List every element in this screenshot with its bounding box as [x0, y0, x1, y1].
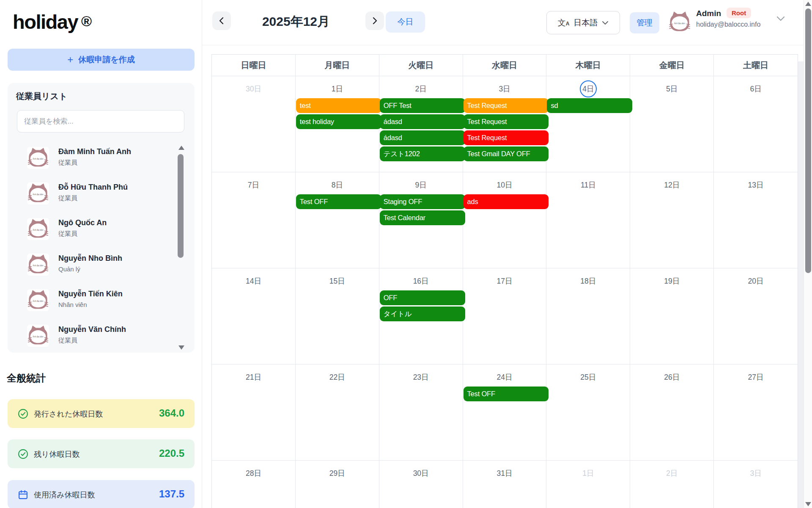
calendar-day-cell[interactable]: 5日 — [630, 76, 714, 172]
day-number: 20日 — [714, 273, 798, 290]
previous-month-button[interactable] — [212, 11, 231, 30]
stat-label: 使用済み休暇日数 — [34, 490, 95, 500]
calendar-day-cell[interactable]: 12日 — [630, 172, 714, 268]
translate-icon: 文A — [558, 17, 570, 28]
calendar-day-cell[interactable]: 2日 — [630, 461, 714, 508]
day-events: OFF Testádasdádasdテスト1202 — [379, 98, 463, 161]
calendar-day-cell[interactable]: 7日 — [212, 172, 296, 268]
employee-list-scrollbar[interactable] — [177, 146, 186, 350]
calendar-day-cell[interactable]: 8日Test OFF — [296, 172, 379, 268]
employee-list-item[interactable]: Ảnh đại diện Ngô Quốc An 従業員 — [8, 217, 195, 252]
calendar-day-cell[interactable]: 29日 — [296, 461, 379, 508]
calendar-day-cell[interactable]: 26日 — [630, 364, 714, 460]
calendar-day-cell[interactable]: 13日 — [714, 172, 798, 268]
calendar-day-cell[interactable]: 2日OFF Testádasdádasdテスト1202 — [379, 76, 463, 172]
day-events: Staging OFFTest Calendar — [379, 194, 463, 225]
calendar-day-cell[interactable]: 6日 — [714, 76, 798, 172]
calendar-day-cell[interactable]: 1日 — [546, 461, 630, 508]
calendar-day-cell[interactable]: 27日 — [714, 364, 798, 460]
calendar-day-cell[interactable]: 30日 — [379, 461, 463, 508]
page-scrollbar-thumb[interactable] — [805, 8, 811, 273]
employee-list-item[interactable]: Ảnh đại diện Đỗ Hữu Thanh Phú 従業員 — [8, 181, 195, 217]
employee-avatar: Ảnh đại diện — [27, 147, 49, 169]
cat-avatar-icon: Ảnh đại diện — [27, 147, 49, 169]
user-menu-chevron[interactable] — [776, 16, 785, 21]
calendar-day-cell[interactable]: 23日 — [379, 364, 463, 460]
event-pill[interactable]: タイトル — [380, 306, 465, 321]
calendar-day-cell[interactable]: 21日 — [212, 364, 296, 460]
next-month-button[interactable] — [365, 11, 384, 30]
calendar-day-cell[interactable]: 31日 — [463, 461, 547, 508]
event-pill[interactable]: Test Gmail DAY OFF — [464, 146, 549, 161]
event-pill[interactable]: OFF — [380, 290, 465, 305]
cat-avatar-icon: Ảnh đại diện — [27, 182, 49, 204]
event-pill[interactable]: Staging OFF — [380, 194, 465, 209]
check-circle-icon — [18, 409, 28, 419]
calendar-day-cell[interactable]: 17日 — [463, 268, 547, 364]
scroll-up-arrow-icon[interactable] — [178, 146, 184, 150]
day-number: 5日 — [630, 80, 713, 97]
event-pill[interactable]: ádasd — [380, 130, 465, 145]
employee-name: Đỗ Hữu Thanh Phú — [58, 183, 128, 192]
scroll-down-arrow-icon[interactable] — [805, 502, 811, 506]
calendar-day-cell[interactable]: 16日OFFタイトル — [379, 268, 463, 364]
event-pill[interactable]: test — [296, 98, 381, 113]
employee-list-item[interactable]: Ảnh đại diện Nguyễn Nho Bình Quản lý — [8, 252, 195, 288]
employee-name: Nguyễn Tiến Kiên — [58, 290, 123, 298]
event-pill[interactable]: Test Request — [464, 130, 549, 145]
employee-scrollbar-thumb[interactable] — [178, 154, 184, 258]
calendar-day-cell[interactable]: 15日 — [296, 268, 379, 364]
calendar-day-cell[interactable]: 3日Test RequestTest RequestTest RequestTe… — [463, 76, 547, 172]
employee-list-title: 従業員リスト — [16, 91, 67, 102]
user-avatar[interactable]: Ảnh đại diện — [668, 11, 691, 33]
employee-search-input[interactable] — [17, 110, 184, 133]
event-pill[interactable]: Test Calendar — [380, 210, 465, 225]
language-selector[interactable]: 文A 日本語 — [546, 11, 620, 34]
scroll-down-arrow-icon[interactable] — [178, 345, 184, 350]
day-number: 24日 — [463, 369, 546, 386]
calendar-day-cell[interactable]: 4日sd — [546, 76, 630, 172]
calendar-day-cell[interactable]: 30日 — [212, 76, 296, 172]
calendar-day-cell[interactable]: 22日 — [296, 364, 379, 460]
calendar-week-row: 30日1日testtest holiday2日OFF Testádasdádas… — [212, 76, 798, 172]
event-pill[interactable]: Test OFF — [464, 387, 549, 401]
calendar-day-cell[interactable]: 1日testtest holiday — [296, 76, 379, 172]
day-number: 25日 — [546, 369, 630, 386]
employee-avatar: Ảnh đại diện — [27, 182, 49, 204]
calendar-day-cell[interactable]: 28日 — [212, 461, 296, 508]
event-pill[interactable]: test holiday — [296, 114, 381, 129]
event-pill[interactable]: ádasd — [380, 114, 465, 129]
calendar-day-cell[interactable]: 11日 — [546, 172, 630, 268]
chevron-right-icon — [370, 17, 379, 25]
calendar-day-cell[interactable]: 24日Test OFF — [463, 364, 547, 460]
day-number: 23日 — [379, 369, 463, 386]
svg-text:Ảnh đại diện: Ảnh đại diện — [674, 22, 686, 25]
create-leave-request-button[interactable]: + 休暇申請を作成 — [8, 49, 195, 71]
event-pill[interactable]: テスト1202 — [380, 146, 465, 161]
event-pill[interactable]: ads — [464, 194, 549, 209]
scroll-up-arrow-icon[interactable] — [805, 2, 811, 6]
employee-list-item[interactable]: Ảnh đại diện Nguyễn Tiến Kiên Nhân viên — [8, 288, 195, 323]
admin-button[interactable]: 管理 — [630, 12, 659, 33]
calendar-day-cell[interactable]: 18日 — [546, 268, 630, 364]
calendar-day-cell[interactable]: 3日 — [714, 461, 798, 508]
event-pill[interactable]: Test Request — [464, 114, 549, 129]
page-scrollbar[interactable] — [804, 0, 812, 508]
calendar-day-cell[interactable]: 25日 — [546, 364, 630, 460]
calendar-day-cell[interactable]: 20日 — [714, 268, 798, 364]
event-pill[interactable]: Test Request — [464, 98, 549, 113]
employee-list-item[interactable]: Ảnh đại diện Nguyễn Văn Chính 従業員 — [8, 323, 195, 359]
calendar-day-cell[interactable]: 19日 — [630, 268, 714, 364]
chevron-down-icon — [776, 16, 785, 21]
day-number: 26日 — [630, 369, 713, 386]
event-pill[interactable]: Test OFF — [296, 194, 381, 209]
day-number: 13日 — [714, 177, 798, 193]
today-button[interactable]: 今日 — [386, 11, 425, 33]
calendar-day-cell[interactable]: 14日 — [212, 268, 296, 364]
event-pill[interactable]: sd — [547, 98, 632, 113]
employee-list-item[interactable]: Ảnh đại diện Đàm Minh Tuấn Anh 従業員 — [8, 146, 195, 181]
stat-value: 137.5 — [159, 488, 184, 500]
calendar-day-cell[interactable]: 10日ads — [463, 172, 547, 268]
calendar-day-cell[interactable]: 9日Staging OFFTest Calendar — [379, 172, 463, 268]
event-pill[interactable]: OFF Test — [380, 98, 465, 113]
